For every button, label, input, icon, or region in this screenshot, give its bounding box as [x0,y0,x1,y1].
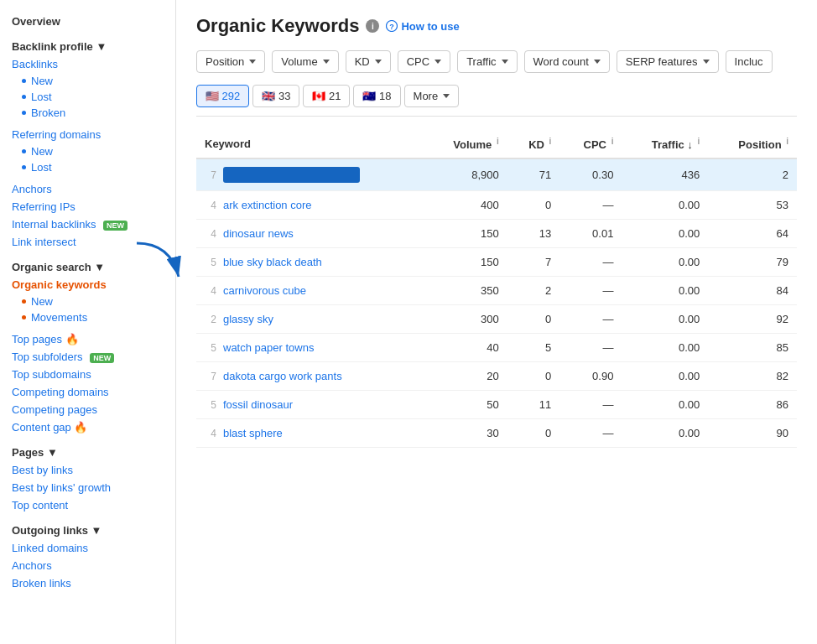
position-cell: 2 [708,158,797,191]
info-icon[interactable]: i [549,137,552,146]
table-row: 7 8,900710.304362 [196,158,797,191]
filter-serp-features[interactable]: SERP features [617,50,719,73]
filter-word-count[interactable]: Word count [524,50,610,73]
keyword-cell[interactable]: 5fossil dinosaur [196,391,424,419]
sidebar-item-new-referring[interactable]: New [0,143,175,159]
col-header-cpc: CPC i [559,130,622,158]
sidebar-item-content-gap[interactable]: Content gap 🔥 [0,418,175,436]
position-cell: 53 [708,191,797,220]
more-countries-button[interactable]: More [404,85,460,107]
keyword-cell[interactable]: 7 [196,158,424,191]
sidebar-item-lost-referring[interactable]: Lost [0,159,175,175]
info-icon[interactable]: i [611,137,614,146]
filter-cpc[interactable]: CPC [398,50,450,73]
info-icon[interactable]: i [497,137,499,146]
kd-cell: 11 [507,391,560,419]
kd-cell: 0 [507,419,560,448]
filter-incluc[interactable]: Incluc [726,50,773,73]
sidebar-item-link-intersect[interactable]: Link intersect [0,233,175,251]
sidebar-item-top-content[interactable]: Top content [0,496,175,514]
cpc-cell: — [559,277,622,305]
sidebar-pages[interactable]: Pages ▼ [0,441,175,461]
sidebar-item-best-by-links[interactable]: Best by links [0,461,175,479]
table-body: 7 8,900710.3043624ark extinction core400… [196,158,797,448]
volume-cell: 40 [424,334,507,362]
sidebar-new-organic-link[interactable]: New [31,295,53,308]
new-badge: NEW [90,353,114,363]
kd-cell: 0 [507,191,560,220]
sidebar-item-best-by-links-growth[interactable]: Best by links' growth [0,479,175,496]
sidebar-item-new-organic[interactable]: New [0,293,175,309]
info-icon[interactable]: i [697,137,700,146]
filter-position[interactable]: Position [196,50,265,73]
sidebar-item-referring-ips[interactable]: Referring IPs [0,198,175,216]
sidebar-item-new-backlinks[interactable]: New [0,73,175,89]
keyword-cell[interactable]: 2glassy sky [196,305,424,334]
cpc-cell: 0.90 [559,362,622,391]
sidebar-broken-backlinks-link[interactable]: Broken [31,106,65,119]
sidebar-item-competing-domains[interactable]: Competing domains [0,383,175,401]
keyword-cell[interactable]: 4ark extinction core [196,191,424,220]
keywords-table: Keyword Volume i KD i CPC i Traffic ↓ i … [196,130,797,448]
title-info-icon[interactable]: i [366,19,379,33]
sidebar-lost-referring-link[interactable]: Lost [31,161,52,174]
volume-cell: 150 [424,220,507,248]
sidebar: Overview Backlink profile ▼ Backlinks Ne… [0,0,176,644]
sidebar-organic-search[interactable]: Organic search ▼ [0,256,175,276]
sidebar-item-broken-links[interactable]: Broken links [0,574,175,592]
keyword-cell[interactable]: 4blast sphere [196,419,424,448]
keyword-cell[interactable]: 4carnivorous cube [196,277,424,305]
sidebar-item-outgoing-anchors[interactable]: Anchors [0,557,175,574]
sidebar-item-internal-backlinks[interactable]: Internal backlinks NEW [0,216,175,233]
sidebar-item-broken-backlinks[interactable]: Broken [0,105,175,121]
cpc-cell: — [559,334,622,362]
col-header-kd: KD i [507,130,560,158]
sidebar-item-anchors[interactable]: Anchors [0,180,175,198]
keyword-cell[interactable]: 4dinosaur news [196,220,424,248]
sidebar-lost-backlinks-link[interactable]: Lost [31,91,52,103]
kd-cell: 71 [507,158,560,191]
filter-traffic[interactable]: Traffic [457,50,517,73]
sidebar-item-movements[interactable]: Movements [0,309,175,325]
svg-text:?: ? [390,23,395,31]
position-cell: 90 [708,419,797,448]
position-cell: 85 [708,334,797,362]
bullet-dot-orange [22,299,26,304]
sidebar-movements-link[interactable]: Movements [31,311,87,324]
kd-cell: 0 [507,305,560,334]
bullet-dot [22,149,26,153]
flag-tab-au[interactable]: 🇦🇺 18 [353,85,400,107]
sidebar-overview[interactable]: Overview [0,10,175,30]
filter-volume[interactable]: Volume [272,50,338,73]
volume-cell: 20 [424,362,507,391]
sidebar-item-top-pages[interactable]: Top pages 🔥 [0,330,175,348]
chevron-down-icon [443,94,450,98]
sidebar-item-backlinks[interactable]: Backlinks [0,55,175,73]
info-icon[interactable]: i [786,137,788,146]
cpc-cell: 0.30 [559,158,622,191]
flag-tab-gb[interactable]: 🇬🇧 33 [252,85,299,107]
sidebar-new-backlinks-link[interactable]: New [31,75,53,87]
cpc-cell: — [559,419,622,448]
keyword-cell[interactable]: 7dakota cargo work pants [196,362,424,391]
col-header-position: Position i [708,130,797,158]
question-icon: ? [386,20,398,32]
keyword-cell[interactable]: 5watch paper towns [196,334,424,362]
flag-tab-us[interactable]: 🇺🇸 292 [196,85,249,107]
sidebar-item-linked-domains[interactable]: Linked domains [0,539,175,557]
how-to-use-link[interactable]: ? How to use [386,20,459,33]
chevron-down-icon [435,60,441,64]
filter-kd[interactable]: KD [346,50,391,73]
flag-tab-ca[interactable]: 🇨🇦 21 [303,85,350,107]
sidebar-outgoing-links[interactable]: Outgoing links ▼ [0,519,175,539]
sidebar-backlink-profile[interactable]: Backlink profile ▼ [0,35,175,55]
sidebar-item-top-subdomains[interactable]: Top subdomains [0,366,175,383]
sidebar-item-organic-keywords[interactable]: Organic keywords [0,276,175,293]
sidebar-item-lost-backlinks[interactable]: Lost [0,89,175,105]
sidebar-item-top-subfolders[interactable]: Top subfolders NEW [0,348,175,366]
keyword-cell[interactable]: 5blue sky black death [196,248,424,277]
table-row: 5watch paper towns405—0.0085 [196,334,797,362]
sidebar-item-competing-pages[interactable]: Competing pages [0,401,175,418]
sidebar-new-referring-link[interactable]: New [31,145,53,158]
sidebar-item-referring-domains[interactable]: Referring domains [0,126,175,143]
